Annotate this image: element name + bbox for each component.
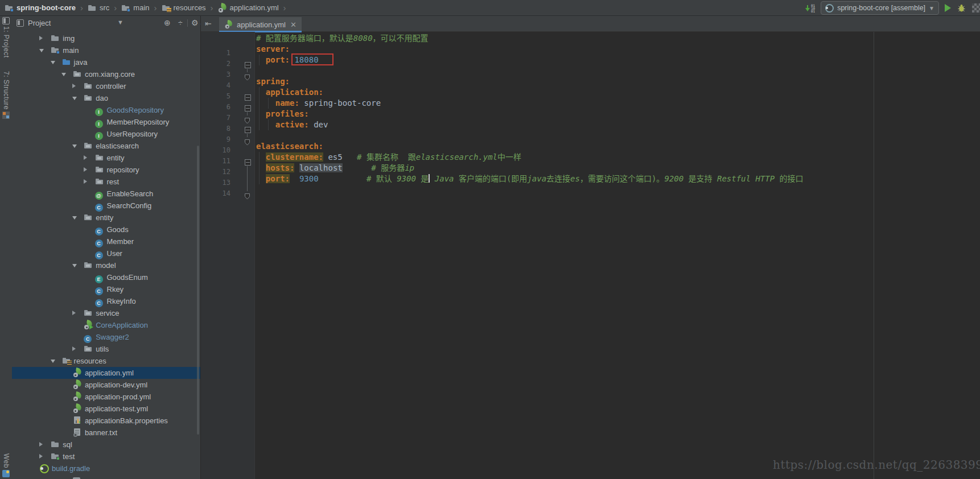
run-button[interactable] <box>945 4 951 12</box>
tree-item-com-xiang-core[interactable]: com.xiang.core <box>12 68 200 80</box>
code-line-12[interactable]: clustername: es5 # 集群名称 跟elasticsearch.y… <box>256 152 804 163</box>
fold-end-icon[interactable] <box>244 192 250 198</box>
tree-item-java[interactable]: java <box>12 56 200 68</box>
tree-item-applicationbak-properties[interactable]: applicationBak.properties <box>12 415 200 427</box>
tree-partial-row[interactable] <box>12 474 200 479</box>
fold-open-icon[interactable] <box>245 159 251 166</box>
tree-arrow-collapsed[interactable] <box>72 346 76 351</box>
binary-download-icon[interactable]: 011001 <box>805 4 815 13</box>
tree-item-rkey[interactable]: CRkey <box>12 283 200 295</box>
tree-item-rkeyinfo[interactable]: CRkeyInfo <box>12 295 200 307</box>
breadcrumb-item-spring-boot-core[interactable]: spring-boot-core <box>5 3 76 13</box>
breadcrumb-item-application-yml[interactable]: application.yml <box>218 3 279 13</box>
tool-button-web[interactable]: Web <box>0 453 12 477</box>
project-panel-title[interactable]: Project <box>28 19 51 27</box>
coverage-button[interactable] <box>972 3 980 13</box>
fold-open-icon[interactable] <box>245 105 251 112</box>
tool-button-structure[interactable]: 7: Structure <box>0 71 12 119</box>
project-scrollbar[interactable] <box>197 146 199 435</box>
chevron-down-icon[interactable]: ▼ <box>117 19 123 26</box>
code-line-11[interactable]: elasticsearch: <box>256 141 804 152</box>
tree-arrow-expanded[interactable] <box>72 144 77 148</box>
tree-item-banner-txt[interactable]: banner.txt <box>12 427 200 439</box>
tree-arrow-collapsed[interactable] <box>39 442 43 447</box>
close-tab-icon[interactable]: ✕ <box>290 20 297 29</box>
tree-item-rest[interactable]: rest <box>12 176 200 188</box>
tree-arrow-collapsed[interactable] <box>72 311 76 315</box>
tree-arrow-expanded[interactable] <box>72 97 77 100</box>
tree-item-service[interactable]: service <box>12 307 200 319</box>
tree-item-dao[interactable]: dao <box>12 92 200 104</box>
tree-item-utils[interactable]: utils <box>12 343 200 355</box>
tree-item-member[interactable]: CMember <box>12 236 200 247</box>
tree-item-user[interactable]: CUser <box>12 247 200 259</box>
code-line-6[interactable]: application: <box>256 87 804 98</box>
fold-open-icon[interactable] <box>245 127 251 133</box>
code-line-9[interactable]: active: dev <box>256 119 804 130</box>
tree-item-goods[interactable]: CGoods <box>12 224 200 236</box>
tree-item-resources[interactable]: resources <box>12 355 200 367</box>
tree-arrow-expanded[interactable] <box>61 73 66 76</box>
tree-item-model[interactable]: model <box>12 259 200 271</box>
breadcrumb-item-src[interactable]: src <box>88 3 109 13</box>
breadcrumb-item-main[interactable]: main <box>121 3 149 13</box>
tree-item-application-prod-yml[interactable]: application-prod.yml <box>12 391 200 403</box>
tree-item-memberrepository[interactable]: IMemberRepository <box>12 116 200 128</box>
tree-item-build-gradle[interactable]: build.gradle <box>12 463 200 474</box>
fold-end-icon[interactable] <box>244 73 250 79</box>
fold-end-icon[interactable] <box>244 138 250 144</box>
code-line-13[interactable]: hosts: localhost # 服务器ip <box>256 163 804 174</box>
tree-arrow-collapsed[interactable] <box>72 84 76 88</box>
tab-application-yml[interactable]: application.yml ✕ <box>219 17 302 32</box>
tree-item-entity[interactable]: entity <box>12 152 200 164</box>
tree-arrow-expanded[interactable] <box>72 264 77 267</box>
code-line-5[interactable]: spring: <box>256 76 804 87</box>
collapse-all-icon[interactable]: ÷ <box>178 18 183 27</box>
tree-item-swagger2[interactable]: CSwagger2 <box>12 331 200 343</box>
tree-item-application-dev-yml[interactable]: application-dev.yml <box>12 379 200 391</box>
fold-end-icon[interactable] <box>244 116 250 122</box>
tree-arrow-collapsed[interactable] <box>39 454 43 459</box>
tree-item-userrepository[interactable]: IUserRepository <box>12 128 200 140</box>
tree-item-searchconfig[interactable]: CSearchConfig <box>12 200 200 212</box>
code-line-3[interactable]: port: 18080 <box>256 55 804 65</box>
fold-open-icon[interactable] <box>245 62 251 68</box>
tree-item-application-yml[interactable]: application.yml <box>12 367 200 379</box>
debug-bug-icon[interactable] <box>957 3 966 13</box>
tool-button-project[interactable]: 1: Project <box>0 17 12 58</box>
fold-open-icon[interactable] <box>245 94 251 101</box>
code-line-14[interactable]: port: 9300 # 默认 9300 是 Java 客户端的端口(即用jav… <box>256 174 804 184</box>
tree-item-elasticsearch[interactable]: elasticsearch <box>12 140 200 152</box>
tree-item-img[interactable]: img <box>12 32 200 44</box>
tree-item-main[interactable]: main <box>12 44 200 56</box>
tree-arrow-collapsed[interactable] <box>84 155 87 160</box>
tree-arrow-expanded[interactable] <box>51 360 55 363</box>
code-line-7[interactable]: name: spring-boot-core <box>256 98 804 109</box>
code-line-8[interactable]: profiles: <box>256 109 804 119</box>
code-line-10[interactable] <box>256 130 804 141</box>
tree-item-goodsenum[interactable]: EGoodsEnum <box>12 271 200 283</box>
tree-item-enablesearch[interactable]: @EnableSearch <box>12 188 200 200</box>
tree-item-repository[interactable]: repository <box>12 164 200 176</box>
tree-arrow-expanded[interactable] <box>51 61 55 64</box>
tree-arrow-expanded[interactable] <box>39 49 44 52</box>
tree-arrow-collapsed[interactable] <box>84 167 87 172</box>
tree-item-test[interactable]: test <box>12 451 200 463</box>
code-line-4[interactable] <box>256 65 804 76</box>
code-area[interactable]: # 配置服务器端口，默认是8080，可以不用配置server: port: 18… <box>256 33 804 184</box>
code-line-1[interactable]: # 配置服务器端口，默认是8080，可以不用配置 <box>256 33 804 44</box>
tree-arrow-collapsed[interactable] <box>39 36 43 40</box>
tree-item-entity[interactable]: entity <box>12 212 200 224</box>
locate-icon[interactable]: ⊕ <box>164 18 171 27</box>
settings-gear-icon[interactable]: ⚙ <box>191 18 199 27</box>
breadcrumb-item-resources[interactable]: resources <box>162 3 206 13</box>
tree-item-coreapplication[interactable]: CoreApplication <box>12 319 200 331</box>
run-config-select[interactable]: spring-boot-core [assemble] ▼ <box>821 1 939 15</box>
hide-panel-icon[interactable]: ⇤ <box>205 19 212 28</box>
tree-arrow-collapsed[interactable] <box>84 179 87 184</box>
tree-item-goodsrepository[interactable]: IGoodsRepository <box>12 104 200 116</box>
code-line-2[interactable]: server: <box>256 44 804 55</box>
tree-item-sql[interactable]: sql <box>12 439 200 451</box>
tree-item-controller[interactable]: controller <box>12 80 200 92</box>
tree-arrow-expanded[interactable] <box>72 216 77 220</box>
